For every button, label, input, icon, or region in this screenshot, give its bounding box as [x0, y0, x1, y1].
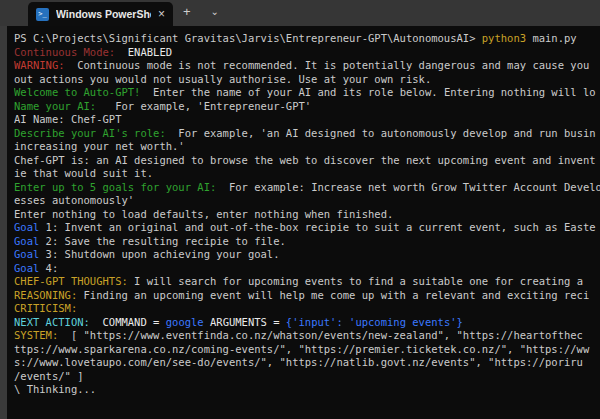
terminal-text-segment: COMMAND = — [96, 316, 166, 328]
terminal-text-segment: python3 — [482, 32, 526, 44]
terminal-line: s://www.lovetaupo.com/en/see-do/events/"… — [14, 356, 600, 370]
terminal-line: CHEF-GPT THOUGHTS: I will search for upc… — [14, 275, 600, 289]
terminal-line: Name your AI: For example, 'Entrepreneur… — [14, 100, 600, 114]
tab-title: Windows PowerShell — [56, 8, 151, 20]
terminal-line: ttps://www.sparkarena.co.nz/coming-event… — [14, 343, 600, 357]
chevron-down-icon[interactable]: ⌄ — [201, 0, 229, 26]
terminal-line: AI Name: Chef-GPT — [14, 113, 600, 127]
terminal-text-segment: Continuous Mode: — [14, 46, 121, 58]
terminal-text-segment: Goal — [14, 262, 39, 274]
terminal-text-segment: CRITICISM: — [14, 302, 77, 314]
terminal-line: Enter nothing to load defaults, enter no… — [14, 208, 600, 222]
terminal-line: NEXT ACTION: COMMAND = google ARGUMENTS … — [14, 316, 600, 330]
terminal-line: out actions you would not usually author… — [14, 73, 600, 87]
terminal-text-segment: ARGUMENTS = — [204, 316, 286, 328]
terminal-line: REASONING: Finding an upcoming event wil… — [14, 289, 600, 303]
terminal-line: increasing your net worth.' — [14, 140, 600, 154]
terminal-text-segment: Enter nothing to load defaults, enter no… — [14, 208, 393, 220]
terminal-text-segment: 2: Save the resulting recipie to file. — [39, 235, 286, 247]
terminal-line: \ Thinking... — [14, 383, 600, 397]
terminal-line: Chef-GPT is: an AI designed to browse th… — [14, 154, 600, 168]
terminal-text-segment: increasing your net worth.' — [14, 140, 185, 152]
terminal-text-segment: [ "https://www.eventfinda.co.nz/whatson/… — [65, 329, 583, 341]
terminal-text-segment: 3: Shutdown upon achieving your goal. — [39, 248, 279, 260]
terminal-text-segment: I will search for upcoming events to fin… — [128, 275, 583, 287]
terminal-line: Describe your AI's role: For example, 'a… — [14, 127, 600, 141]
terminal-text-segment: ie that would suit it. — [14, 167, 153, 179]
terminal-text-segment: For example, 'an AI designed to autonomo… — [172, 127, 596, 139]
terminal-text-segment: Goal — [14, 248, 39, 260]
terminal-line: Goal 4: — [14, 262, 600, 276]
terminal-text-segment: NEXT ACTION: — [14, 316, 96, 328]
terminal-text-segment: out actions you would not usually author… — [14, 73, 431, 85]
terminal-text-segment: WARNING: — [14, 59, 71, 71]
terminal-text-segment: PS C:\Projects\Significant Gravitas\Jarv… — [14, 32, 482, 44]
terminal-output[interactable]: PS C:\Projects\Significant Gravitas\Jarv… — [0, 26, 600, 419]
tab-windows-powershell[interactable]: >_ Windows PowerShell × — [28, 2, 173, 26]
new-tab-button[interactable]: + — [173, 0, 201, 26]
terminal-text-segment: ttps://www.sparkarena.co.nz/coming-event… — [14, 343, 589, 355]
terminal-text-segment: For example: Increase net worth Grow Twi… — [223, 181, 600, 193]
terminal-line: PS C:\Projects\Significant Gravitas\Jarv… — [14, 32, 600, 46]
terminal-text-segment: Describe your AI's role: — [14, 127, 172, 139]
terminal-text-segment: CHEF-GPT THOUGHTS: — [14, 275, 128, 287]
terminal-line: Goal 2: Save the resulting recipie to fi… — [14, 235, 600, 249]
terminal-text-segment: /events/" ] — [14, 370, 84, 382]
terminal-line: CRITICISM: — [14, 302, 600, 316]
terminal-text-segment: {'input': 'upcoming events'} — [286, 316, 463, 328]
powershell-icon: >_ — [36, 8, 49, 21]
terminal-window: >_ Windows PowerShell × + ⌄ PS C:\Projec… — [0, 0, 600, 419]
terminal-line: Welcome to Auto-GPT! Enter the name of y… — [14, 86, 600, 100]
terminal-text-segment: 4: — [39, 262, 58, 274]
terminal-text-segment: Enter the name of your AI and its role b… — [147, 86, 596, 98]
terminal-text-segment: Goal — [14, 235, 39, 247]
close-tab-icon[interactable]: × — [158, 8, 165, 20]
terminal-text-segment: Chef-GPT is: an AI designed to browse th… — [14, 154, 596, 166]
terminal-line: WARNING: Continuous mode is not recommen… — [14, 59, 600, 73]
terminal-line: esses autonomously' — [14, 194, 600, 208]
terminal-line: ie that would suit it. — [14, 167, 600, 181]
terminal-text-segment: esses autonomously' — [14, 194, 134, 206]
terminal-text-segment: 1: Invent an original and out-of-the-box… — [39, 221, 595, 233]
terminal-text-segment: Finding an upcoming event will help me c… — [77, 289, 589, 301]
terminal-text-segment: s://www.lovetaupo.com/en/see-do/events/"… — [14, 356, 583, 368]
terminal-text-segment: For example, 'Entrepreneur-GPT' — [103, 100, 312, 112]
tab-bar-spacer — [0, 0, 28, 26]
terminal-text-segment: google — [166, 316, 204, 328]
terminal-text-segment: Enter up to 5 goals for your AI: — [14, 181, 223, 193]
tab-bar: >_ Windows PowerShell × + ⌄ — [0, 0, 600, 26]
terminal-text-segment: Continuous mode is not recommended. It i… — [71, 59, 589, 71]
terminal-text-segment: Name your AI: — [14, 100, 103, 112]
terminal-text-segment: REASONING: — [14, 289, 77, 301]
terminal-line: SYSTEM: [ "https://www.eventfinda.co.nz/… — [14, 329, 600, 343]
terminal-line: Goal 3: Shutdown upon achieving your goa… — [14, 248, 600, 262]
terminal-line: Continuous Mode: ENABLED — [14, 46, 600, 60]
terminal-text-segment: \ Thinking... — [14, 383, 96, 395]
terminal-text-segment: Welcome to Auto-GPT! — [14, 86, 147, 98]
terminal-line: /events/" ] — [14, 370, 600, 384]
terminal-text-segment: Goal — [14, 221, 39, 233]
terminal-text-segment: ENABLED — [121, 46, 172, 58]
terminal-text-segment: main.py — [526, 32, 577, 44]
terminal-line: Goal 1: Invent an original and out-of-th… — [14, 221, 600, 235]
terminal-line: Enter up to 5 goals for your AI: For exa… — [14, 181, 600, 195]
terminal-text-segment: SYSTEM: — [14, 329, 65, 341]
terminal-text-segment: AI Name: Chef-GPT — [14, 113, 121, 125]
